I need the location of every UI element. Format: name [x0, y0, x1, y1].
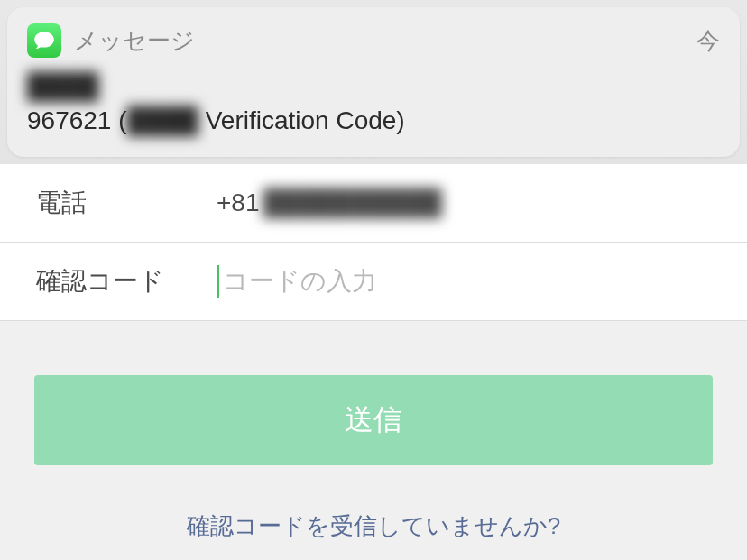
notification-time: 今 — [696, 25, 720, 57]
phone-row: 電話 +81██████████ — [0, 164, 747, 243]
verification-form: 電話 +81██████████ 確認コード — [0, 164, 747, 321]
code-input[interactable] — [223, 267, 711, 296]
notification-body: 967621 (████ Verification Code) — [27, 106, 720, 135]
notification-app-name: メッセージ — [74, 25, 696, 57]
bottom-area: 送信 確認コードを受信していませんか? — [0, 321, 747, 560]
text-cursor — [217, 265, 219, 298]
notification-area: メッセージ 今 ████ 967621 (████ Verification C… — [0, 0, 747, 164]
phone-label: 電話 — [36, 186, 217, 220]
code-input-wrapper — [217, 265, 711, 298]
notification-header: メッセージ 今 — [27, 23, 720, 58]
submit-button[interactable]: 送信 — [34, 375, 713, 465]
code-row: 確認コード — [0, 243, 747, 321]
code-label: 確認コード — [36, 264, 217, 298]
sms-notification[interactable]: メッセージ 今 ████ 967621 (████ Verification C… — [7, 7, 740, 157]
phone-value: +81██████████ — [217, 188, 442, 217]
resend-code-link[interactable]: 確認コードを受信していませんか? — [34, 510, 713, 542]
notification-sender: ████ — [27, 72, 720, 106]
messages-app-icon — [27, 23, 61, 58]
